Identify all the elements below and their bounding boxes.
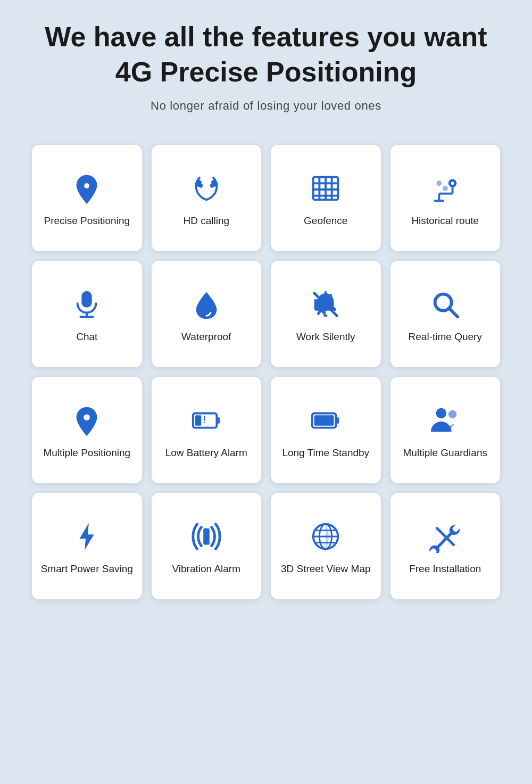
geofence-label: Geofence: [304, 214, 347, 228]
card-precise-positioning: Precise Positioning: [32, 145, 142, 251]
waterproof-icon: [190, 288, 223, 321]
realtime-query-icon: [429, 288, 462, 321]
precise-positioning-icon: [70, 172, 103, 205]
card-vibration-alarm: Vibration Alarm: [152, 493, 262, 599]
svg-rect-30: [336, 417, 339, 424]
geofence-icon: [309, 172, 342, 205]
card-free-installation: Free Installation: [390, 493, 501, 599]
multiple-guardians-icon: [429, 404, 462, 437]
vibration-alarm-label: Vibration Alarm: [172, 563, 241, 576]
3d-street-view-icon: [309, 520, 342, 553]
svg-point-1: [84, 184, 89, 189]
precise-positioning-label: Precise Positioning: [44, 214, 130, 228]
multiple-guardians-label: Multiple Guardians: [403, 447, 487, 460]
svg-marker-34: [80, 523, 94, 550]
3d-street-view-label: 3D Street View Map: [281, 563, 371, 576]
svg-point-10: [451, 182, 454, 185]
low-battery-alarm-label: Low Battery Alarm: [165, 447, 247, 460]
multiple-positioning-icon: [70, 404, 103, 437]
header-subtitle: No longer afraid of losing your loved on…: [45, 99, 487, 113]
svg-text:!: !: [203, 415, 206, 425]
work-silently-icon: [309, 288, 342, 321]
svg-rect-17: [82, 291, 92, 308]
card-realtime-query: Real-time Query: [390, 261, 501, 367]
svg-rect-27: [195, 416, 201, 426]
svg-line-23: [450, 309, 458, 317]
long-time-standby-icon: [309, 404, 342, 437]
low-battery-alarm-icon: !: [190, 404, 223, 437]
free-installation-icon: [429, 520, 462, 553]
svg-rect-35: [203, 529, 210, 545]
historical-route-label: Historical route: [411, 214, 479, 228]
chat-label: Chat: [76, 331, 97, 344]
vibration-alarm-icon: [190, 520, 223, 553]
card-multiple-guardians: Multiple Guardians: [390, 377, 501, 483]
card-smart-power-saving: Smart Power Saving: [32, 493, 142, 599]
smart-power-saving-icon: [70, 520, 103, 553]
historical-route-icon: [429, 172, 462, 205]
card-multiple-positioning: Multiple Positioning: [32, 377, 142, 483]
svg-point-15: [436, 181, 442, 186]
svg-point-16: [443, 186, 448, 191]
long-time-standby-label: Long Time Standby: [282, 447, 369, 460]
header-title-line2: 4G Precise Positioning: [45, 56, 487, 88]
hd-calling-label: HD calling: [183, 214, 229, 228]
free-installation-label: Free Installation: [409, 563, 481, 576]
card-geofence: Geofence: [271, 145, 381, 251]
realtime-query-label: Real-time Query: [409, 331, 482, 344]
svg-point-32: [436, 408, 446, 418]
card-waterproof: Waterproof: [152, 261, 262, 367]
multiple-positioning-label: Multiple Positioning: [43, 447, 130, 460]
card-historical-route: Historical route: [390, 145, 501, 251]
card-low-battery-alarm: ! Low Battery Alarm: [152, 377, 262, 483]
features-grid: Precise Positioning HD calling Geofence: [32, 145, 500, 599]
svg-rect-26: [217, 417, 220, 424]
waterproof-label: Waterproof: [181, 331, 231, 344]
card-chat: Chat: [32, 261, 142, 367]
svg-rect-14: [434, 200, 444, 202]
hd-calling-icon: [190, 172, 223, 205]
header-title-line1: We have all the features you want: [45, 21, 487, 53]
card-3d-street-view: 3D Street View Map: [271, 493, 381, 599]
svg-point-33: [448, 410, 457, 419]
svg-rect-31: [314, 416, 334, 426]
work-silently-label: Work Silently: [296, 331, 355, 344]
smart-power-saving-label: Smart Power Saving: [41, 563, 133, 576]
card-hd-calling: HD calling: [152, 145, 262, 251]
chat-icon: [70, 288, 103, 321]
card-work-silently: Work Silently: [271, 261, 381, 367]
svg-point-24: [84, 415, 90, 421]
card-long-time-standby: Long Time Standby: [271, 377, 381, 483]
page-header: We have all the features you want 4G Pre…: [45, 21, 487, 118]
